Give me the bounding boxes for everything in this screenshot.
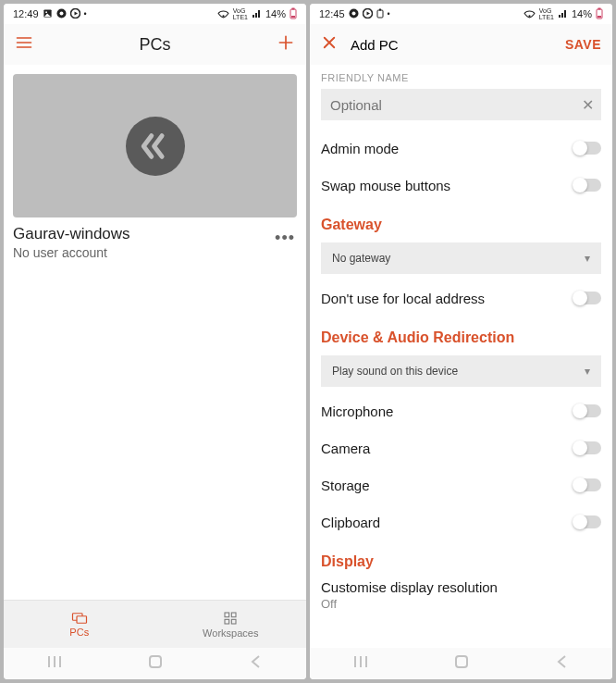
swap-mouse-switch[interactable] bbox=[573, 179, 601, 192]
appbar: Add PC SAVE bbox=[310, 24, 612, 65]
dot-icon: • bbox=[388, 9, 390, 19]
home-button[interactable] bbox=[147, 653, 164, 674]
clipboard-switch[interactable] bbox=[573, 515, 601, 528]
save-button[interactable]: SAVE bbox=[565, 37, 601, 52]
sound-dropdown[interactable]: Play sound on this device ▾ bbox=[321, 355, 601, 387]
svg-rect-7 bbox=[292, 7, 295, 9]
recents-button[interactable] bbox=[352, 653, 369, 674]
sound-value: Play sound on this device bbox=[332, 365, 458, 378]
svg-rect-19 bbox=[377, 10, 383, 18]
camera-label: Camera bbox=[321, 441, 573, 456]
pc-list: Gaurav-windows No user account ••• bbox=[4, 65, 306, 600]
home-button[interactable] bbox=[453, 653, 470, 674]
svg-point-21 bbox=[528, 15, 530, 17]
swap-mouse-row[interactable]: Swap mouse buttons bbox=[321, 167, 601, 204]
tab-workspaces[interactable]: Workspaces bbox=[155, 601, 307, 648]
admin-mode-label: Admin mode bbox=[321, 141, 573, 156]
play-icon bbox=[70, 8, 80, 20]
admin-mode-row[interactable]: Admin mode bbox=[321, 130, 601, 167]
system-nav bbox=[310, 648, 612, 679]
admin-mode-switch[interactable] bbox=[573, 142, 601, 155]
svg-rect-11 bbox=[225, 613, 229, 617]
svg-rect-20 bbox=[379, 8, 381, 10]
system-nav bbox=[4, 648, 306, 679]
wifi-icon bbox=[524, 8, 536, 20]
clock: 12:49 bbox=[13, 8, 39, 19]
appbar: PCs bbox=[4, 24, 306, 65]
chevron-down-icon: ▾ bbox=[585, 252, 590, 265]
image-icon bbox=[43, 8, 53, 20]
svg-point-5 bbox=[222, 15, 224, 17]
gateway-dropdown[interactable]: No gateway ▾ bbox=[321, 242, 601, 274]
friendly-name-label: FRIENDLY NAME bbox=[321, 72, 601, 83]
recents-button[interactable] bbox=[46, 653, 63, 674]
battery-small-icon bbox=[376, 8, 384, 20]
clear-icon[interactable]: ✕ bbox=[582, 96, 594, 114]
battery-text: 14% bbox=[265, 8, 286, 19]
svg-rect-15 bbox=[150, 656, 161, 667]
tab-pcs-label: PCs bbox=[69, 627, 89, 638]
page-title: Add PC bbox=[351, 37, 399, 53]
clock: 12:45 bbox=[319, 8, 345, 19]
customise-resolution-row[interactable]: Customise display resolution Off bbox=[321, 579, 601, 611]
camera-switch[interactable] bbox=[573, 441, 601, 454]
signal-icon bbox=[558, 8, 568, 20]
svg-point-3 bbox=[59, 11, 63, 15]
svg-rect-25 bbox=[456, 656, 467, 667]
svg-rect-13 bbox=[225, 619, 229, 624]
swap-mouse-label: Swap mouse buttons bbox=[321, 178, 573, 193]
chevron-down-icon: ▾ bbox=[585, 365, 590, 378]
microphone-label: Microphone bbox=[321, 404, 573, 419]
back-button[interactable] bbox=[248, 653, 265, 674]
svg-point-1 bbox=[45, 11, 47, 13]
section-display: Display bbox=[321, 553, 601, 570]
clipboard-label: Clipboard bbox=[321, 515, 573, 530]
dont-local-row[interactable]: Don't use for local address bbox=[321, 279, 601, 317]
svg-rect-23 bbox=[598, 7, 601, 9]
back-button[interactable] bbox=[554, 653, 571, 674]
svg-rect-24 bbox=[598, 16, 601, 18]
add-pc-form: FRIENDLY NAME ✕ Admin mode Swap mouse bu… bbox=[310, 65, 612, 648]
clipboard-row[interactable]: Clipboard bbox=[321, 503, 601, 540]
pc-name: Gaurav-windows bbox=[13, 225, 273, 243]
remote-desktop-icon bbox=[126, 117, 185, 176]
pc-subtitle: No user account bbox=[13, 245, 273, 260]
storage-row[interactable]: Storage bbox=[321, 466, 601, 503]
customise-value: Off bbox=[321, 597, 601, 611]
gateway-value: No gateway bbox=[332, 252, 390, 265]
battery-icon bbox=[290, 7, 297, 21]
signal-icon bbox=[252, 8, 262, 20]
camera-row[interactable]: Camera bbox=[321, 429, 601, 466]
close-icon[interactable] bbox=[321, 34, 338, 55]
svg-point-17 bbox=[351, 11, 355, 15]
section-gateway: Gateway bbox=[321, 217, 601, 233]
tab-pcs[interactable]: PCs bbox=[4, 601, 155, 648]
statusbar: 12:45 • VoGLTE1 14% bbox=[310, 4, 612, 24]
bottom-nav: PCs Workspaces bbox=[4, 600, 306, 648]
storage-switch[interactable] bbox=[573, 478, 601, 491]
wifi-icon bbox=[217, 8, 229, 20]
dont-local-switch[interactable] bbox=[573, 292, 601, 304]
tab-workspaces-label: Workspaces bbox=[203, 627, 258, 639]
more-icon[interactable]: ••• bbox=[273, 225, 297, 252]
svg-rect-14 bbox=[232, 619, 237, 624]
phone-right: 12:45 • VoGLTE1 14% Add PC SAVE FRIENDLY… bbox=[310, 4, 612, 679]
battery-text: 14% bbox=[572, 8, 592, 19]
customise-label: Customise display resolution bbox=[321, 579, 601, 595]
add-icon[interactable] bbox=[277, 33, 295, 56]
storage-label: Storage bbox=[321, 478, 573, 493]
friendly-name-input[interactable] bbox=[321, 89, 601, 120]
svg-rect-12 bbox=[232, 613, 237, 617]
page-title: PCs bbox=[55, 35, 254, 55]
circle-icon bbox=[349, 8, 359, 20]
pc-thumbnail[interactable] bbox=[13, 74, 297, 217]
phone-left: 12:49 • VoGLTE1 14% PCs bbox=[4, 4, 306, 679]
play-icon bbox=[363, 8, 373, 20]
statusbar: 12:49 • VoGLTE1 14% bbox=[4, 4, 306, 24]
dot-icon: • bbox=[84, 9, 87, 19]
microphone-row[interactable]: Microphone bbox=[321, 392, 601, 429]
lte-icon: VoGLTE1 bbox=[233, 7, 248, 20]
circle-icon bbox=[56, 8, 67, 20]
hamburger-icon[interactable] bbox=[15, 33, 33, 56]
microphone-switch[interactable] bbox=[573, 404, 601, 417]
